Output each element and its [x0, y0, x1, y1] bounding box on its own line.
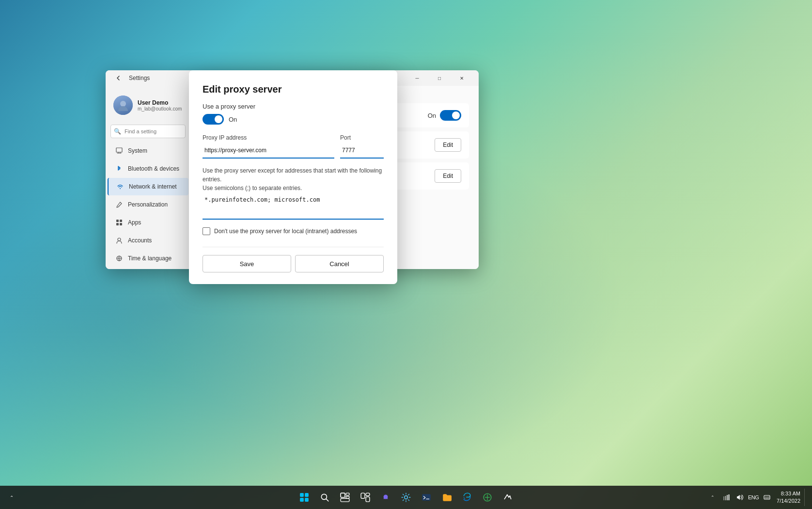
- person-icon: [115, 237, 123, 244]
- edit-proxy-dialog: Edit proxy server Use a proxy server On …: [189, 70, 397, 284]
- svg-rect-11: [305, 493, 309, 497]
- edge-browser-button[interactable]: [458, 489, 476, 506]
- taskbar-left: ⌃: [6, 492, 17, 503]
- user-info: User Demo m_lab@outlook.com: [138, 99, 183, 111]
- exceptions-textarea[interactable]: *.pureinfotech.com; microsoft.com: [203, 194, 384, 220]
- sidebar-item-network-label: Network & internet: [129, 183, 177, 190]
- bluetooth-icon: [115, 165, 123, 173]
- keyboard-icon[interactable]: [761, 492, 773, 503]
- close-button[interactable]: ✕: [451, 70, 473, 86]
- maximize-button[interactable]: □: [428, 70, 451, 86]
- language-label[interactable]: ENG: [748, 492, 759, 503]
- svg-rect-19: [361, 493, 365, 498]
- svg-point-0: [120, 101, 126, 107]
- local-addresses-checkbox[interactable]: [203, 227, 210, 235]
- globe-icon: [115, 254, 123, 262]
- volume-icon[interactable]: [734, 492, 746, 503]
- avatar-image: [113, 95, 133, 115]
- user-profile[interactable]: User Demo m_lab@outlook.com: [106, 90, 190, 121]
- cancel-button[interactable]: Cancel: [295, 255, 384, 272]
- sidebar-item-accounts[interactable]: Accounts: [108, 232, 188, 249]
- toggle-row: On: [203, 114, 384, 125]
- sidebar-item-bluetooth[interactable]: Bluetooth & devices: [108, 160, 188, 177]
- svg-rect-26: [723, 496, 724, 500]
- clock[interactable]: 8:33 AM 7/14/2022: [777, 490, 800, 505]
- sidebar: User Demo m_lab@outlook.com 🔍 System: [106, 86, 190, 269]
- svg-rect-3: [116, 220, 119, 222]
- sidebar-item-accounts-label: Accounts: [128, 237, 152, 244]
- proxy-ip-input[interactable]: [203, 143, 334, 159]
- toggle-on-text: On: [229, 116, 237, 123]
- apps-icon: [115, 219, 123, 226]
- start-button[interactable]: [296, 489, 313, 506]
- svg-point-2: [120, 188, 121, 189]
- svg-rect-13: [305, 498, 309, 502]
- svg-rect-10: [300, 493, 304, 497]
- network-tray-icon[interactable]: [720, 492, 732, 503]
- svg-rect-4: [120, 220, 122, 222]
- search-box: 🔍: [110, 125, 186, 138]
- svg-rect-20: [366, 493, 370, 496]
- svg-point-23: [405, 496, 408, 499]
- brush-icon: [115, 201, 123, 208]
- chevron-icon[interactable]: ⌃: [707, 492, 718, 503]
- on-label: On: [428, 112, 436, 119]
- checkbox-row: Don't use the proxy server for local (in…: [203, 227, 384, 235]
- checkbox-label: Don't use the proxy server for local (in…: [214, 228, 357, 235]
- svg-point-7: [118, 238, 121, 241]
- ip-label: Proxy IP address: [203, 134, 334, 141]
- tray-chevron-icon[interactable]: ⌃: [6, 492, 17, 503]
- window-controls: ─ □ ✕: [406, 70, 473, 86]
- chat-button[interactable]: [377, 489, 394, 506]
- svg-rect-21: [366, 497, 370, 502]
- taskbar-settings-button[interactable]: [397, 489, 415, 506]
- sidebar-item-network[interactable]: Network & internet: [108, 178, 188, 195]
- task-view-button[interactable]: [336, 489, 354, 506]
- svg-rect-5: [116, 223, 119, 225]
- user-name: User Demo: [138, 99, 183, 106]
- sidebar-item-gaming[interactable]: Gaming: [108, 268, 188, 269]
- search-icon: 🔍: [114, 128, 121, 135]
- proxy-toggle[interactable]: [440, 110, 461, 121]
- edge-button-2[interactable]: [479, 489, 496, 506]
- sidebar-item-system[interactable]: System: [108, 142, 188, 159]
- sidebar-item-apps-label: Apps: [128, 219, 141, 226]
- use-proxy-label: Use a proxy server: [203, 103, 384, 110]
- clock-time: 8:33 AM: [777, 490, 800, 497]
- dialog-title: Edit proxy server: [203, 84, 384, 95]
- sidebar-item-apps[interactable]: Apps: [108, 214, 188, 231]
- taskbar-right: ⌃ ENG: [707, 489, 806, 506]
- sidebar-item-personalization[interactable]: Personalization: [108, 196, 188, 213]
- port-input[interactable]: [340, 143, 384, 159]
- svg-rect-28: [727, 495, 728, 500]
- terminal-button[interactable]: [418, 489, 435, 506]
- svg-rect-15: [341, 493, 345, 497]
- sidebar-item-bluetooth-label: Bluetooth & devices: [128, 165, 179, 172]
- use-proxy-toggle[interactable]: [203, 114, 224, 125]
- back-button[interactable]: [111, 71, 125, 85]
- sidebar-item-time[interactable]: Time & language: [108, 250, 188, 267]
- field-row: Proxy IP address Port: [203, 134, 384, 159]
- ip-field-group: Proxy IP address: [203, 134, 334, 159]
- show-desktop-button[interactable]: [804, 489, 806, 506]
- monitor-icon: [115, 147, 123, 155]
- svg-rect-12: [300, 498, 304, 502]
- taskbar-center: [296, 489, 516, 506]
- edit-button-1[interactable]: Edit: [435, 138, 461, 152]
- search-input[interactable]: [110, 125, 186, 138]
- save-button[interactable]: Save: [203, 255, 291, 272]
- wacom-button[interactable]: [499, 489, 516, 506]
- svg-rect-6: [120, 223, 122, 225]
- avatar: [113, 95, 133, 115]
- tray-icons: ⌃ ENG: [707, 492, 773, 503]
- exceptions-label-line1: Use the proxy server except for addresse…: [203, 166, 384, 192]
- widgets-button[interactable]: [357, 489, 374, 506]
- svg-rect-18: [341, 498, 349, 502]
- taskbar-search-button[interactable]: [316, 489, 333, 506]
- port-field-group: Port: [340, 134, 384, 159]
- sidebar-item-system-label: System: [128, 147, 147, 154]
- minimize-button[interactable]: ─: [406, 70, 428, 86]
- file-explorer-button[interactable]: [438, 489, 455, 506]
- edit-button-2[interactable]: Edit: [435, 169, 461, 183]
- wifi-icon: [116, 183, 124, 191]
